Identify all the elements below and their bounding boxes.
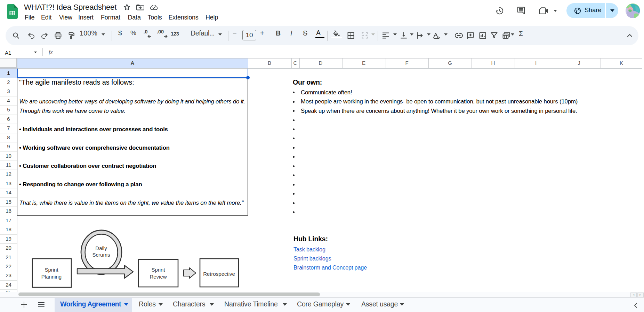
svg-text:Daily: Daily xyxy=(95,245,107,251)
svg-text:Sprint: Sprint xyxy=(45,267,58,273)
svg-text:Planning: Planning xyxy=(41,274,62,280)
svg-text:Retrospective: Retrospective xyxy=(203,271,235,277)
svg-text:Sprint: Sprint xyxy=(151,267,165,273)
svg-text:Review: Review xyxy=(150,274,167,280)
svg-text:Scrums: Scrums xyxy=(92,252,110,258)
